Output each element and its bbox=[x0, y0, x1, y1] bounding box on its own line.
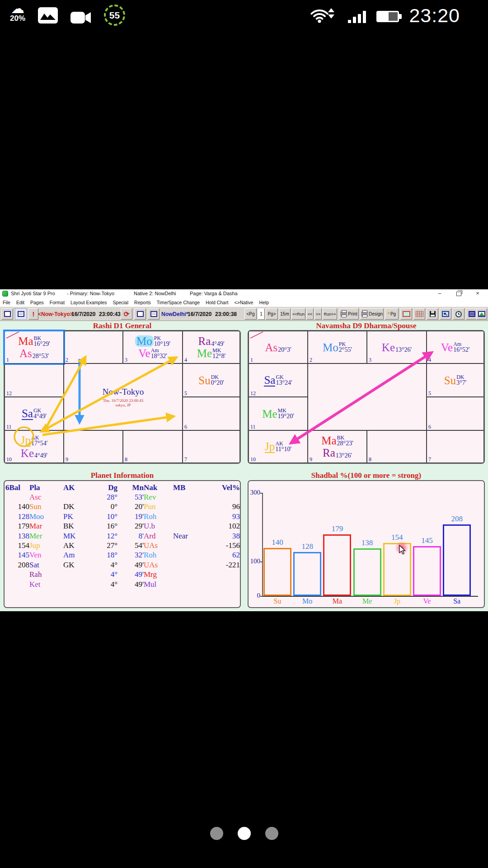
col-header-nak: Nak bbox=[144, 483, 173, 492]
shadbal-bar-me[interactable] bbox=[353, 548, 381, 596]
d9-house-11[interactable]: 11MeMK19°20' bbox=[249, 397, 308, 430]
d9-house-1[interactable]: 1As20°3' bbox=[249, 331, 308, 363]
step-fwd-button[interactable]: >> bbox=[314, 308, 322, 320]
navamsha-d9-chart[interactable]: 1As20°3'2MoPK2°55'3Ke13°26'4VeAm16°52'5S… bbox=[248, 330, 485, 464]
toolbar: ! <Now-Tokyo> 16/7/2020 23:00:43 ⟳ NowDe… bbox=[0, 307, 488, 321]
save-button[interactable] bbox=[427, 308, 438, 320]
menu-item-file[interactable]: File bbox=[3, 300, 10, 305]
d1-house-8[interactable]: 8 bbox=[123, 430, 183, 463]
d9-house-5[interactable]: 5SuDK3°7' bbox=[427, 363, 484, 397]
d1-center-cell bbox=[64, 363, 183, 430]
weather-widget: ☁ 20% bbox=[10, 2, 25, 22]
menu-item-layout-examples[interactable]: Layout Examples bbox=[70, 300, 107, 305]
bar-value-label: 145 bbox=[413, 536, 441, 545]
planet-row-mer: 138MerMK12°8'ArdNear38 bbox=[5, 531, 240, 541]
nav-dot-left[interactable] bbox=[210, 827, 223, 840]
page-view-button[interactable] bbox=[15, 308, 27, 320]
menu-item-edit[interactable]: Edit bbox=[16, 300, 24, 305]
print-button[interactable]: Print bbox=[339, 308, 359, 320]
page-number-field[interactable]: 1 bbox=[258, 308, 265, 320]
planet-row-mar: 179MarBK16°29'U.b102 bbox=[5, 522, 240, 531]
page-next-button[interactable]: Pg> bbox=[266, 308, 278, 320]
exclamation-icon: ! bbox=[33, 310, 35, 318]
grid-tool-button[interactable] bbox=[413, 308, 425, 320]
alert-button[interactable]: ! bbox=[28, 308, 38, 320]
d1-house-11[interactable]: 11SaGK4°49' bbox=[5, 397, 64, 430]
native-chart-button[interactable] bbox=[134, 308, 146, 320]
close-button[interactable]: × bbox=[471, 290, 484, 297]
col-header-mn: Mn bbox=[117, 483, 144, 492]
d9-planet-me: MeMK19°20' bbox=[262, 408, 294, 420]
d9-house-12[interactable]: 12SaGK13°24' bbox=[249, 363, 308, 397]
menu-item-reports[interactable]: Reports bbox=[134, 300, 151, 305]
nav-dot-center-active[interactable] bbox=[238, 827, 251, 840]
menu-item-help[interactable]: Help bbox=[259, 300, 269, 305]
menu-item-special[interactable]: Special bbox=[113, 300, 128, 305]
d9-house-8[interactable]: 8 bbox=[367, 430, 427, 463]
menu-item-format[interactable]: Format bbox=[50, 300, 65, 305]
printer-icon bbox=[361, 311, 368, 316]
run-back-button[interactable]: <<Run bbox=[291, 308, 305, 320]
d1-house-3[interactable]: 3MoPK10°19'VeAm18°32' bbox=[123, 331, 183, 363]
shadbal-bar-mo[interactable] bbox=[293, 552, 321, 596]
d1-planet-ra: Ra4°49' bbox=[198, 335, 225, 347]
d9-house-2[interactable]: 2MoPK2°55' bbox=[308, 331, 367, 363]
d1-house-6[interactable]: 6 bbox=[183, 397, 240, 430]
d9-house-10[interactable]: 10JpAK11°10' bbox=[249, 430, 308, 463]
d1-house-2[interactable]: 2 bbox=[64, 331, 123, 363]
d9-house-4[interactable]: 4VeAm16°52' bbox=[427, 331, 484, 363]
single-chart-button[interactable] bbox=[1, 308, 13, 320]
design-button[interactable]: Design bbox=[360, 308, 384, 320]
bar-value-label: 154 bbox=[383, 533, 411, 542]
d1-house-1[interactable]: 1MaBK16°29'As28°53' bbox=[5, 331, 64, 363]
wizard-page-button[interactable]: *Pg bbox=[385, 308, 399, 320]
x-label-me: Me bbox=[353, 597, 381, 605]
x-label-mo: Mo bbox=[293, 597, 321, 605]
shadbal-bar-ma[interactable] bbox=[323, 534, 351, 596]
d9-house-7[interactable]: 7 bbox=[427, 430, 484, 463]
run-fwd-button[interactable]: Run>> bbox=[323, 308, 337, 320]
menu-item-hold-chart[interactable]: Hold Chart bbox=[206, 300, 228, 305]
chart-image-button[interactable] bbox=[476, 308, 487, 320]
step-back-button[interactable]: << bbox=[306, 308, 314, 320]
screen-button[interactable] bbox=[440, 308, 451, 320]
d9-house-6[interactable]: 6 bbox=[427, 397, 484, 430]
d9-house-9[interactable]: 9MaBK28°23'Ra13°26' bbox=[308, 430, 367, 463]
window-icon bbox=[4, 311, 11, 317]
frame-tool-button[interactable] bbox=[400, 308, 412, 320]
shadbal-bar-sa[interactable] bbox=[443, 524, 471, 596]
clock-icon bbox=[455, 311, 462, 317]
rashi-d1-chart[interactable]: 1MaBK16°29'As28°53'23MoPK10°19'VeAm18°32… bbox=[4, 330, 241, 464]
nav-dot-right[interactable] bbox=[265, 827, 278, 840]
record-count: 55 bbox=[109, 10, 120, 21]
page-prev-button[interactable]: <Pg bbox=[244, 308, 257, 320]
restore-button[interactable] bbox=[452, 290, 465, 297]
refresh-button[interactable]: ⟳ bbox=[121, 308, 132, 320]
planet-row-jup: 154JupAK27°54'UAs-156 bbox=[5, 541, 240, 550]
shadbal-bar-ve[interactable] bbox=[413, 546, 441, 596]
d1-house-5[interactable]: 5SuDK0°20' bbox=[183, 363, 240, 397]
d9-house-3[interactable]: 3Ke13°26' bbox=[367, 331, 427, 363]
d1-house-10[interactable]: 10JpAK17°54'Ke4°49' bbox=[5, 430, 64, 463]
page-icon bbox=[150, 311, 157, 317]
x-axis bbox=[262, 596, 478, 597]
menu-item--native[interactable]: <>Native bbox=[234, 300, 253, 305]
menu-item-pages[interactable]: Pages bbox=[30, 300, 44, 305]
d1-house-4[interactable]: 4Ra4°49'MeMK12°8' bbox=[183, 331, 240, 363]
shadbal-bar-su[interactable] bbox=[263, 548, 291, 596]
native-page-button[interactable] bbox=[148, 308, 160, 320]
d1-planet-sa: SaGK4°49' bbox=[22, 408, 47, 420]
signal-strength-icon bbox=[348, 10, 366, 23]
menu-item-time-space-change[interactable]: Time/Space Change bbox=[157, 300, 200, 305]
minimize-button[interactable]: – bbox=[433, 290, 446, 297]
d1-house-7[interactable]: 7 bbox=[183, 430, 240, 463]
bar-value-label: 208 bbox=[443, 514, 471, 524]
d1-house-12[interactable]: 12 bbox=[5, 363, 64, 397]
time-step-button[interactable]: 15m bbox=[279, 308, 291, 320]
col-header-mb: MB bbox=[173, 483, 202, 492]
d1-planet-ke: Ke4°49' bbox=[21, 447, 47, 459]
shadbal-bar-jp[interactable] bbox=[383, 543, 411, 596]
d9-center-cell bbox=[308, 363, 427, 430]
time-tools-button[interactable] bbox=[453, 308, 465, 320]
d1-house-9[interactable]: 9 bbox=[64, 430, 123, 463]
